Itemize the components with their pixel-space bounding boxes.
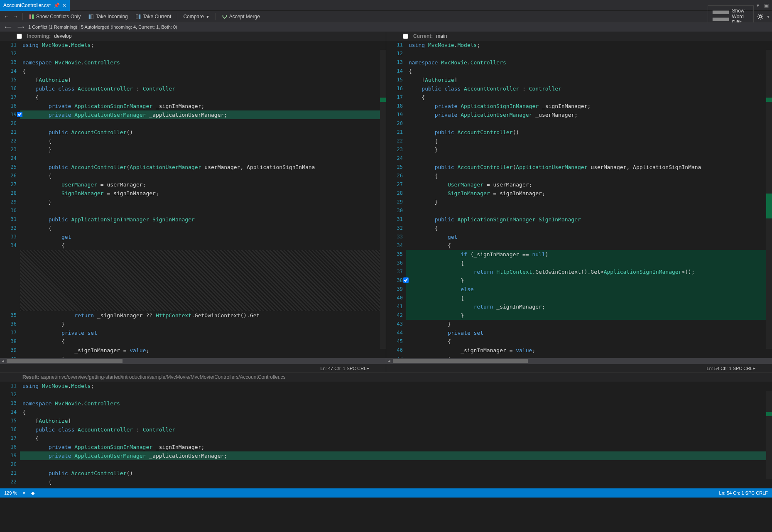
current-header: Current: main	[386, 32, 772, 41]
file-tab[interactable]: AccountController.cs* 📌 ✕	[0, 0, 70, 11]
incoming-select-all-checkbox[interactable]	[17, 34, 22, 39]
svg-rect-7	[713, 17, 729, 21]
svg-rect-5	[139, 14, 140, 19]
conflict-status-bar: ⟵ ⟶ 1 Conflict (1 Remaining) | 5 AutoMer…	[0, 22, 772, 32]
svg-rect-3	[91, 14, 93, 19]
toolbar-chevron-icon[interactable]: ▾	[767, 14, 770, 20]
tab-bar: AccountController.cs* 📌 ✕ ▾ ▣	[0, 0, 772, 11]
conflicts-icon	[29, 14, 34, 20]
svg-rect-2	[89, 14, 91, 19]
incoming-code[interactable]: 1112131415161718192021222324252627282930…	[0, 41, 386, 358]
incoming-line-checkbox[interactable]	[17, 112, 22, 117]
nav-back-button[interactable]: ←	[2, 12, 11, 21]
cursor-position: Ln: 54 Ch: 1 SPC CRLF	[719, 490, 768, 495]
current-block-checkbox[interactable]	[403, 277, 409, 283]
svg-rect-1	[32, 14, 34, 19]
result-pane: Result: aspnet/mvc/overview/getting-star…	[0, 372, 772, 488]
diff-panes: Incoming: develop 1112131415161718192021…	[0, 32, 772, 372]
svg-rect-0	[29, 14, 31, 19]
status-diamond-icon[interactable]: ◆	[31, 490, 34, 496]
result-path: aspnet/mvc/overview/getting-started/intr…	[41, 374, 286, 380]
take-current-button[interactable]: Take Current	[132, 12, 175, 21]
scroll-left-icon[interactable]: ◂	[0, 358, 6, 364]
show-conflicts-button[interactable]: Show Conflicts Only	[25, 12, 84, 21]
close-tab-icon[interactable]: ✕	[62, 2, 66, 8]
nav-forward-button[interactable]: →	[12, 12, 20, 21]
result-code[interactable]: 11121314151617181920212223 using MvcMovi…	[0, 382, 772, 488]
incoming-header: Incoming: develop	[0, 32, 386, 41]
status-bar: 129 % ▾ ◆ Ln: 54 Ch: 1 SPC CRLF	[0, 488, 772, 498]
accept-merge-button[interactable]: Accept Merge	[218, 12, 263, 21]
current-status: Ln: 54 Ch: 1 SPC CRLF	[386, 364, 772, 372]
gear-icon[interactable]	[757, 13, 764, 20]
pin-icon[interactable]: 📌	[54, 2, 60, 8]
window-dropdown-icon[interactable]: ▾	[757, 2, 759, 8]
prev-conflict-button[interactable]: ⟵	[3, 25, 13, 30]
next-conflict-button[interactable]: ⟶	[16, 25, 26, 30]
svg-rect-4	[136, 14, 138, 19]
incoming-pane: Incoming: develop 1112131415161718192021…	[0, 32, 386, 372]
compare-dropdown[interactable]: Compare ▾	[180, 12, 213, 21]
chevron-down-icon: ▾	[206, 14, 210, 20]
current-code[interactable]: 1112131415161718192021222324252627282930…	[386, 41, 772, 358]
accept-merge-icon	[222, 14, 228, 20]
current-minimap[interactable]	[766, 50, 772, 349]
result-minimap[interactable]	[766, 391, 772, 479]
tab-title: AccountController.cs*	[3, 2, 51, 8]
merge-toolbar: ← → Show Conflicts Only Take Incoming Ta…	[0, 11, 772, 22]
take-incoming-button[interactable]: Take Incoming	[85, 12, 131, 21]
incoming-minimap[interactable]	[380, 50, 386, 349]
incoming-status: Ln: 47 Ch: 1 SPC CRLF	[0, 364, 386, 372]
svg-point-8	[759, 15, 762, 18]
current-hscroll[interactable]: ◂	[386, 358, 772, 364]
window-maximize-icon[interactable]: ▣	[764, 2, 769, 8]
current-select-all-checkbox[interactable]	[403, 34, 408, 39]
incoming-hscroll[interactable]: ◂	[0, 358, 386, 364]
result-header: Result: aspnet/mvc/overview/getting-star…	[0, 373, 772, 382]
zoom-dropdown-icon[interactable]: ▾	[23, 490, 25, 496]
svg-rect-6	[713, 10, 729, 14]
take-current-icon	[135, 14, 141, 20]
conflict-summary: 1 Conflict (1 Remaining) | 5 AutoMerged …	[28, 25, 177, 29]
current-pane: Current: main 11121314151617181920212223…	[386, 32, 772, 372]
scroll-left-icon[interactable]: ◂	[386, 358, 392, 364]
zoom-level[interactable]: 129 %	[4, 490, 17, 495]
take-incoming-icon	[88, 14, 94, 20]
